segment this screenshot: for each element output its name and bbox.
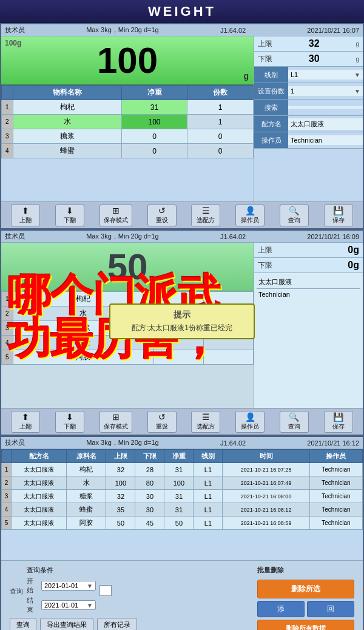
btn-label: 操作员 <box>241 422 259 431</box>
panel2-operator: Technician <box>257 289 360 300</box>
lower-limit-label: 下限 <box>258 54 272 64</box>
operator: Technician <box>309 503 362 517</box>
panel1-firmware: J1.64.02 <box>220 27 246 34</box>
query-main-label: 查询 <box>10 586 23 596</box>
col-header: 原料名 <box>67 450 106 463</box>
panel1-table-section: 物料名称 净重 份数 1 枸杞 31 1 2 水 100 1 3 糖浆 0 0 <box>1 85 254 202</box>
toolbar-btn-下翻[interactable]: ⬇ 下翻 <box>55 411 84 433</box>
btn-icon: ⬆ <box>22 206 29 215</box>
panel1-body: 100g 100 g 物料名称 净重 份数 1 <box>1 36 363 202</box>
start-date-arrow: ▼ <box>87 583 93 589</box>
ingredients-table: 物料名称 净重 份数 1 枸杞 31 1 2 水 100 1 3 糖浆 0 0 <box>1 85 254 158</box>
start-label: 开始 <box>27 577 39 595</box>
delete-all-btn[interactable]: 删除所有数据 <box>257 620 354 630</box>
toolbar-btn-查询[interactable]: 🔍 查询 <box>280 411 309 433</box>
bottom-buttons: 查询 导出查询结果 所有记录 <box>10 618 252 630</box>
col-portions-header: 份数 <box>187 86 254 100</box>
btn-label: 查询 <box>288 422 300 431</box>
toolbar-btn-查询[interactable]: 🔍 查询 <box>280 205 309 226</box>
panel2-right-info: 太太口服液 Technician <box>254 273 363 408</box>
toolbar-btn-保存[interactable]: 💾 保存 <box>324 205 353 226</box>
btn-icon: 👤 <box>245 412 255 422</box>
panel1-left: 100g 100 g 物料名称 净重 份数 1 <box>1 36 254 202</box>
btn-label: 保存 <box>332 216 345 225</box>
row-num: 4 <box>2 144 13 158</box>
weight-bg-label: 100g <box>5 39 21 47</box>
btn-row: 添 回 <box>257 601 354 617</box>
btn-icon: 💾 <box>333 206 343 215</box>
col-header: 下限 <box>135 450 164 463</box>
material-name: 阿胶 <box>67 517 106 530</box>
net-weight: 100 <box>164 476 194 490</box>
row-num: 3 <box>2 490 12 503</box>
export-button[interactable]: 导出查询结果 <box>40 618 93 630</box>
panel3-header: 技术员 Max 3kg，Min 20g d=1g J1.64.02 2021/1… <box>1 437 363 449</box>
net-weight: 100 <box>121 115 187 129</box>
dropdown-arrow[interactable]: ▼ <box>354 72 360 78</box>
query-conditions: 查询条件 开始 2021-01-01 ▼ 结束 2021-01-01 <box>27 566 96 615</box>
upper-limit-value: 32 <box>309 38 320 49</box>
col-header: 线别 <box>194 450 223 463</box>
row-num: 2 <box>2 476 12 490</box>
lower-limit-value: 30 <box>309 53 320 64</box>
end-date-input[interactable]: 2021-01-01 ▼ <box>41 600 96 610</box>
history-table: 配方名原料名上限下限净重线别时间操作员 1 太太口服液 枸杞 32 28 31 … <box>1 449 363 530</box>
row-num: 3 <box>2 129 13 144</box>
toolbar-btn-保存模式[interactable]: ⊞ 保存模式 <box>99 205 132 226</box>
delete-selected-btn[interactable]: 删除所选 <box>257 580 354 598</box>
edit-btn[interactable]: 回 <box>307 601 354 617</box>
query-button[interactable]: 查询 <box>10 618 36 630</box>
toolbar-btn-上翻[interactable]: ⬆ 上翻 <box>11 411 40 433</box>
panel2-header: 技术员 Max 3kg，Min 20g d=1g J1.64.02 2021/1… <box>1 231 363 243</box>
btn-label: 重设 <box>156 422 168 431</box>
net-weight: 31 <box>121 100 187 115</box>
app-title: WEIGHT <box>148 4 216 19</box>
btn-label: 下翻 <box>64 216 76 225</box>
col-header: 净重 <box>164 450 194 463</box>
start-date-row: 开始 2021-01-01 ▼ <box>27 577 96 595</box>
toolbar-btn-保存模式[interactable]: ⊞ 保存模式 <box>99 411 132 433</box>
toolbar-btn-操作员[interactable]: 👤 操作员 <box>235 205 265 226</box>
toolbar-btn-上翻[interactable]: ⬆ 上翻 <box>11 205 40 226</box>
query-left: 查询 查询条件 开始 2021-01-01 ▼ 结束 <box>10 566 252 630</box>
material-name: 糖浆 <box>13 129 121 144</box>
toolbar-btn-保存[interactable]: 💾 保存 <box>324 411 353 433</box>
btn-label: 保存模式 <box>104 422 128 431</box>
formula-name: 太太口服液 <box>12 476 67 490</box>
btn-icon: ↺ <box>158 206 166 215</box>
toolbar-btn-选配方[interactable]: ☰ 选配方 <box>191 205 220 226</box>
all-records-button[interactable]: 所有记录 <box>97 618 137 630</box>
upper-limit: 32 <box>106 463 135 476</box>
btn-icon: 🔍 <box>289 206 299 215</box>
row-num: 5 <box>2 350 13 365</box>
panel2-firmware: J1.64.02 <box>220 233 246 240</box>
line: L1 <box>194 503 223 517</box>
row-num: 2 <box>2 307 13 321</box>
net-weight <box>154 350 204 365</box>
btn-label: 操作员 <box>241 216 259 225</box>
lower-limit: 28 <box>135 463 164 476</box>
col-header <box>2 450 12 463</box>
toolbar-btn-重设[interactable]: ↺ 重设 <box>147 205 177 226</box>
upper-limit-label: 上限 <box>258 39 272 49</box>
dropdown-arrow[interactable]: ▼ <box>354 88 360 95</box>
timestamp: 2021-10-21 16:08:00 <box>223 490 309 503</box>
toolbar-btn-重设[interactable]: ↺ 重设 <box>147 411 177 433</box>
portions: 0 <box>187 129 254 144</box>
btn-icon: ⬇ <box>66 412 73 422</box>
panel1-right: 上限 32 g 下限 30 g 线别 L1 ▼ 设置份数 1 ▼ 搜索 <box>254 36 363 202</box>
portions: 0 <box>187 144 254 158</box>
toolbar-btn-操作员[interactable]: 👤 操作员 <box>235 411 265 433</box>
timestamp: 2021-10-21 16:08:12 <box>223 503 309 517</box>
weight-display: 100g 100 g <box>1 36 254 85</box>
add-btn[interactable]: 添 <box>257 601 305 617</box>
timestamp: 2021-10-21 16:07:25 <box>223 463 309 476</box>
panel2-weight-value: 50 <box>107 246 148 288</box>
start-date-input[interactable]: 2021-01-01 ▼ <box>41 581 96 591</box>
toolbar-btn-选配方[interactable]: ☰ 选配方 <box>191 411 220 433</box>
net-weight: 31 <box>164 463 194 476</box>
empty-box <box>99 585 112 596</box>
query-bottom: 查询 查询条件 开始 2021-01-01 ▼ 结束 <box>6 563 358 630</box>
toolbar-btn-下翻[interactable]: ⬇ 下翻 <box>55 205 84 226</box>
panel2-toolbar: ⬆ 上翻 ⬇ 下翻 ⊞ 保存模式 ↺ 重设 ☰ 选配方 👤 操作员 🔍 查询 <box>1 408 363 435</box>
